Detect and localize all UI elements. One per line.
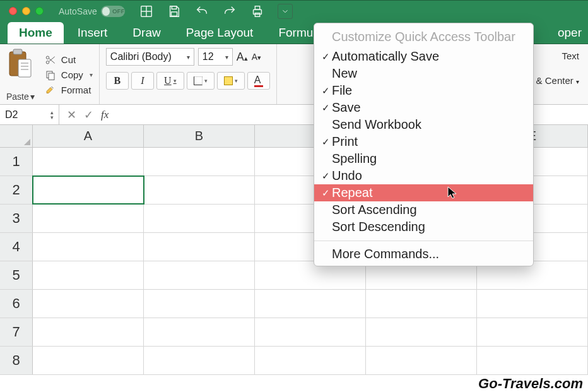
column-header-b[interactable]: B (144, 125, 255, 147)
cell[interactable] (144, 318, 255, 346)
row-header[interactable]: 1 (0, 148, 33, 175)
menu-item-sort-descending[interactable]: Sort Descending (314, 218, 533, 235)
save-icon[interactable] (167, 4, 182, 19)
cell[interactable] (366, 318, 477, 346)
cell[interactable] (144, 261, 255, 289)
cell[interactable] (33, 290, 144, 318)
row-header[interactable]: 2 (0, 176, 33, 204)
cell[interactable] (33, 148, 144, 175)
cell[interactable] (144, 148, 255, 175)
underline-button[interactable]: U▾ (156, 72, 184, 90)
tab-developer[interactable]: oper (546, 22, 585, 44)
confirm-formula-icon[interactable]: ✓ (84, 108, 93, 122)
menu-item-new[interactable]: New (314, 65, 533, 82)
select-all-corner[interactable] (0, 125, 33, 147)
font-size-select[interactable]: 12▾ (198, 48, 233, 66)
cell[interactable] (33, 176, 144, 204)
borders-button[interactable]: ▾ (187, 72, 215, 90)
menu-item-label: Spelling (332, 151, 377, 166)
minimize-window-button[interactable] (22, 7, 30, 15)
row-header[interactable]: 8 (0, 347, 33, 374)
toggle-knob (102, 7, 110, 16)
tab-draw[interactable]: Draw (121, 22, 172, 44)
tab-page-layout[interactable]: Page Layout (175, 22, 265, 44)
increase-font-button[interactable]: A▴ (237, 50, 248, 64)
menu-item-send-workbook[interactable]: Send Workbook (314, 116, 533, 133)
cell[interactable] (144, 176, 255, 204)
undo-icon[interactable] (194, 4, 209, 19)
cell[interactable] (33, 347, 144, 374)
cell[interactable] (255, 318, 366, 346)
fullscreen-window-button[interactable] (35, 7, 44, 15)
cell[interactable] (144, 205, 255, 232)
autosave-control[interactable]: AutoSave OFF (59, 6, 125, 17)
row-header[interactable]: 3 (0, 205, 33, 232)
menu-item-undo[interactable]: ✓Undo (314, 167, 533, 184)
autosave-state: OFF (112, 8, 125, 15)
name-box[interactable]: D2 ▴▾ (0, 105, 59, 124)
bold-button[interactable]: B (106, 72, 129, 90)
cut-button[interactable]: Cut (45, 54, 93, 66)
cell[interactable] (144, 290, 255, 318)
workbook-icon[interactable] (139, 4, 154, 19)
cancel-formula-icon[interactable]: ✕ (67, 108, 76, 122)
cell[interactable] (33, 318, 144, 346)
cell[interactable] (255, 347, 366, 374)
merge-center-button[interactable]: e & Center ▾ (528, 75, 579, 86)
row-header[interactable]: 4 (0, 233, 33, 261)
row-header[interactable]: 7 (0, 318, 33, 346)
quick-access-toolbar (139, 4, 293, 19)
menu-item-label: Send Workbook (332, 117, 421, 132)
row-header[interactable]: 5 (0, 261, 33, 289)
cell[interactable] (366, 290, 477, 318)
fill-color-button[interactable]: ▾ (217, 72, 245, 90)
font-color-button[interactable]: A (247, 72, 270, 90)
name-box-stepper[interactable]: ▴▾ (50, 110, 54, 120)
cell[interactable] (33, 261, 144, 289)
menu-item-print[interactable]: ✓Print (314, 133, 533, 150)
window-controls (9, 7, 44, 15)
cell[interactable] (255, 290, 366, 318)
font-name-select[interactable]: Calibri (Body)▾ (106, 48, 194, 66)
wrap-text-button[interactable]: Text (528, 50, 579, 61)
paste-button[interactable]: Paste▾ (6, 48, 41, 102)
svg-rect-4 (171, 11, 177, 15)
menu-item-file[interactable]: ✓File (314, 82, 533, 99)
autosave-toggle[interactable]: OFF (101, 6, 125, 17)
copy-button[interactable]: Copy▾ (45, 69, 93, 81)
cell[interactable] (144, 233, 255, 261)
italic-button[interactable]: I (131, 72, 154, 90)
close-window-button[interactable] (9, 7, 17, 15)
menu-item-sort-ascending[interactable]: Sort Ascending (314, 201, 533, 218)
decrease-font-button[interactable]: A▾ (252, 52, 261, 62)
cell[interactable] (144, 347, 255, 374)
menu-item-spelling[interactable]: Spelling (314, 150, 533, 167)
grid-row: 7 (0, 318, 588, 347)
paste-label: Paste (6, 92, 29, 102)
row-header[interactable]: 6 (0, 290, 33, 318)
fx-icon[interactable]: fx (101, 109, 109, 121)
menu-item-repeat[interactable]: ✓Repeat (314, 184, 533, 201)
svg-point-14 (46, 56, 49, 59)
cell[interactable] (477, 347, 588, 374)
redo-icon[interactable] (222, 4, 237, 19)
format-painter-button[interactable]: Format (45, 85, 93, 96)
menu-item-automatically-save[interactable]: ✓Automatically Save (314, 48, 533, 65)
print-icon[interactable] (250, 4, 265, 19)
cell[interactable] (33, 205, 144, 232)
tab-home[interactable]: Home (8, 22, 64, 44)
cell[interactable] (366, 347, 477, 374)
fill-icon (224, 76, 233, 85)
format-label: Format (61, 85, 91, 95)
copy-label: Copy (61, 69, 83, 80)
column-header-a[interactable]: A (33, 125, 144, 147)
cell[interactable] (477, 318, 588, 346)
tab-insert[interactable]: Insert (66, 22, 119, 44)
cell[interactable] (33, 233, 144, 261)
customize-qat-dropdown-button[interactable] (278, 4, 293, 19)
autosave-label: AutoSave (59, 6, 97, 16)
cell[interactable] (477, 290, 588, 318)
menu-item-save[interactable]: ✓Save (314, 99, 533, 116)
checkmark-icon: ✓ (319, 170, 332, 182)
menu-item-more-commands[interactable]: More Commands... (314, 246, 533, 263)
